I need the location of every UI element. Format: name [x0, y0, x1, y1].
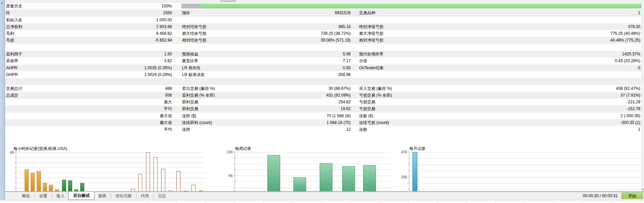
row-label-2: 报价: [182, 9, 190, 16]
close-icon[interactable]: ×: [1, 1, 3, 5]
chart-title: 每小时的记录(亚洲,欧洲,USA): [13, 146, 67, 152]
row-value-2: 365.15: [338, 23, 351, 30]
chart-title: 每月记录: [409, 146, 426, 152]
bar-USA: [176, 171, 180, 191]
row-value-3: -300.35 (2): [620, 119, 640, 126]
row-value-2: 19.62: [341, 105, 351, 112]
table-row: 采收率3.62夏普比率7.17分值0.43 (33.28%): [5, 57, 642, 64]
row-label-1: 毛利: [6, 30, 14, 37]
row-value-1: 1 000.00: [156, 17, 172, 23]
row-label-2: 相对结余亏损: [182, 37, 206, 44]
grid-column-separator: [466, 201, 467, 203]
row-value-1: 最大: [164, 99, 172, 105]
row-label-2: LR 标准误差: [182, 71, 205, 78]
table-row: 总净盈利2 803.68绝对结余亏损365.15绝对净值亏损379.30: [5, 23, 642, 30]
row-label-1: 毛损: [6, 37, 14, 44]
row-label-1: 总净盈利: [6, 23, 22, 30]
grid-column-separator: [350, 201, 351, 203]
row-label-3: 相对净值亏损: [359, 37, 383, 44]
grid-column-separator: [437, 201, 438, 203]
vertical-scrollbar[interactable]: [641, 3, 644, 191]
row-value-1: 1.0029 (0.29%): [144, 71, 172, 78]
row-value-3: 1: [638, 126, 640, 133]
bar-USA: [131, 189, 135, 191]
row-value-1: 8 456.62: [156, 30, 172, 37]
bar-亚洲: [199, 191, 203, 191]
bar-亚洲: [55, 189, 59, 191]
bar-USA: [161, 169, 165, 191]
row-value-3: -221.29: [626, 99, 640, 105]
panel-title: 策略测试: [0, 141, 0, 198]
table-row: 平均连胜12连败1: [5, 126, 642, 133]
y-axis: [235, 151, 235, 191]
gridline: [235, 164, 391, 164]
row-label-2: 连续获利 (count): [182, 119, 212, 126]
row-label-3: 连败 ($): [359, 112, 373, 119]
bar-每周: [267, 155, 280, 191]
row-value-1: 1555: [163, 9, 172, 16]
row-label-1: 柱: [6, 9, 10, 16]
bar-每周: [293, 177, 306, 191]
grid-column-separator: [234, 201, 235, 203]
table-row: [5, 78, 642, 85]
chart-title: 每周记录: [235, 146, 251, 152]
row-value-1: 极大值: [160, 119, 172, 126]
row-value-2: 1 568.16 (70): [327, 119, 351, 126]
gridline: [235, 158, 391, 158]
row-value-3: 1: [638, 9, 640, 16]
row-value-1: 2 803.68: [156, 23, 172, 30]
row-label-1: AHPR: [6, 65, 17, 71]
row-value-2: 6831526: [335, 9, 351, 16]
table-row: 柱1555报价6831526交易品种1: [5, 9, 642, 16]
tab-6[interactable]: 优化结果: [112, 193, 135, 200]
tab-8[interactable]: 日志: [154, 193, 170, 200]
row-label-3: 预付款维持率: [359, 51, 383, 57]
row-value-2: 39.08% (571.19): [321, 37, 351, 44]
row-value-3: 775.25 (40.48%): [610, 30, 640, 37]
grid-column-separator: [495, 201, 496, 203]
horizontal-scrollbar[interactable]: [5, 0, 644, 3]
grid-column-separator: [263, 201, 264, 203]
gridline: [409, 177, 642, 177]
grid-column-separator: [292, 201, 293, 203]
row-value-2: 7.17: [343, 57, 351, 64]
row-label-2: 卖出交易 (赢得 %): [182, 85, 215, 92]
tab-5[interactable]: 图表: [94, 193, 110, 200]
row-label-3: 绝对净值亏损: [359, 23, 383, 30]
row-label-3: OnTester结果: [359, 65, 384, 71]
row-label-1: 交易总计: [6, 85, 22, 92]
row-value-3: 438 (92.47%): [616, 85, 640, 92]
table-row: AHPR1.0035 (0.35%)LR 相关性0.93OnTester结果0: [5, 65, 642, 71]
grid-header-sliver: [0, 200, 644, 203]
scrollbar-down-arrow-icon[interactable]: [642, 189, 644, 191]
gridline: [409, 189, 642, 190]
gridline: [16, 152, 206, 153]
table-row: 交易总计468卖出交易 (赢得 %)30 (86.67%)买入交易 (赢得 %)…: [5, 85, 642, 92]
tab-1[interactable]: 概览: [18, 193, 34, 200]
horizontal-scrollbar-thumb[interactable]: [220, 0, 236, 2]
row-value-1: 100%: [162, 3, 172, 9]
table-row: [5, 44, 642, 51]
gridline: [409, 171, 642, 171]
tab-3[interactable]: 输入: [53, 193, 68, 200]
bar-欧洲: [74, 189, 78, 191]
row-label-1: 采收率: [6, 57, 18, 64]
start-button[interactable]: 开始: [621, 193, 643, 199]
row-label-2: 预期收益: [182, 51, 198, 57]
grid-column-separator: [553, 201, 554, 203]
table-row: 最大获利交易254.62亏损交易-221.29: [5, 99, 642, 105]
gridline: [16, 157, 206, 158]
tab-4[interactable]: 后台测试: [68, 192, 94, 200]
tab-7[interactable]: 代理: [137, 193, 153, 200]
row-label-3: 交易品种: [359, 9, 375, 16]
row-label-2: 连胜 ($): [182, 112, 196, 119]
row-value-2: 254.62: [338, 99, 351, 105]
table-row: 毛损-5 652.94相对结余亏损39.08% (571.19)相对净值亏损40…: [5, 37, 642, 44]
row-value-2: 358.96: [338, 71, 351, 78]
row-value-3: 0: [638, 65, 640, 71]
row-label-2: 夏普比率: [182, 57, 198, 64]
y-axis-label: 65: [221, 174, 233, 178]
tab-2[interactable]: 设置: [35, 193, 51, 200]
table-row: 初始入金1 000.00: [5, 17, 642, 23]
stats-table: 质量历史100%柱1555报价6831526交易品种1初始入金1 000.00总…: [5, 3, 642, 133]
